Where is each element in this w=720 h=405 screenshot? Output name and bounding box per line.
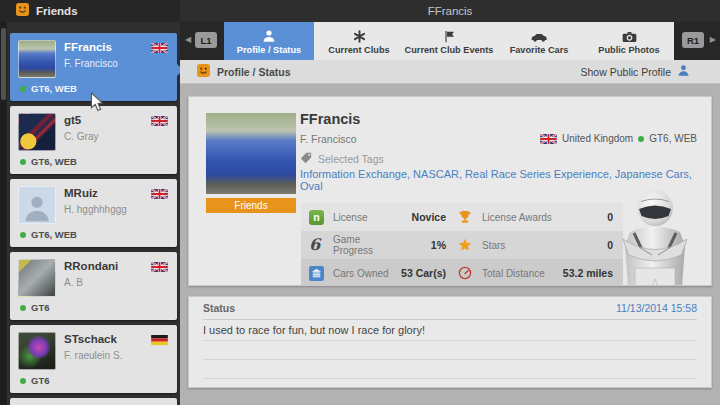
breadcrumb-bar: Profile / Status Show Public Profile <box>180 60 720 84</box>
online-dot <box>20 159 26 165</box>
trophy-icon <box>458 210 482 224</box>
car-icon <box>530 28 548 43</box>
friend-platforms: GT6, WEB <box>31 83 77 94</box>
friend-real-name: F. raeulein S. <box>64 350 122 361</box>
rule-line <box>203 378 697 379</box>
tab-current-club-events[interactable]: Current Club Events <box>404 22 494 60</box>
friend-real-name: C. Gray <box>64 131 98 142</box>
friend-platforms: GT6, WEB <box>31 229 77 240</box>
uk-flag-icon <box>151 189 168 199</box>
stat-row-progress: 6 Game Progress 1% Stars 0 <box>301 231 623 259</box>
stat-label: Stars <box>482 240 562 251</box>
tab-favorite-cars[interactable]: Favorite Cars <box>494 22 584 60</box>
status-title: Status <box>203 302 235 314</box>
tab-profile-status[interactable]: Profile / Status <box>224 22 314 60</box>
tag-icon <box>300 152 312 166</box>
uk-flag-icon <box>151 116 168 126</box>
friend-card-ffrancis[interactable]: FFrancis F. Francisco GT6, WEB <box>10 33 177 101</box>
online-dot <box>20 305 26 311</box>
main-content: Friends FFrancis F. Francisco United Kin… <box>180 84 720 405</box>
r1-shoulder-badge[interactable]: R1 <box>682 32 704 48</box>
stat-label: Cars Owned <box>333 268 395 279</box>
profile-real-name: F. Francisco <box>300 133 357 145</box>
tab-label: Current Club Events <box>405 45 494 55</box>
status-timestamp: 11/13/2014 15:58 <box>616 302 697 314</box>
profile-name: FFrancis <box>300 111 360 127</box>
person-icon <box>262 28 276 43</box>
friend-avatar <box>18 40 56 78</box>
stat-label: Total Distance <box>482 268 562 279</box>
friend-platforms: GT6 <box>31 375 49 386</box>
tab-public-photos[interactable]: Public Photos <box>584 22 674 60</box>
breadcrumb: Profile / Status <box>217 66 291 78</box>
stat-value: 53 Car(s) <box>395 267 446 279</box>
chevron-left-icon[interactable]: ◀ <box>185 35 191 44</box>
friend-card-partial[interactable] <box>10 398 177 405</box>
show-public-profile-button[interactable]: Show Public Profile <box>581 60 690 84</box>
racer-figure <box>608 188 703 286</box>
l1-shoulder-badge[interactable]: L1 <box>195 32 217 48</box>
stat-value: 0 <box>562 239 613 251</box>
friend-real-name: F. Francisco <box>64 58 118 69</box>
scrollbar-thumb[interactable] <box>1 28 6 100</box>
friend-card-stschack[interactable]: STschack F. raeulein S. GT6 <box>10 325 177 393</box>
status-message: I used to race for fun, but now I race f… <box>203 320 697 341</box>
uk-flag-icon <box>151 43 168 53</box>
chevron-right-icon[interactable]: ▶ <box>710 35 716 44</box>
stat-value: 1% <box>395 239 446 251</box>
online-dot <box>638 136 644 142</box>
star-icon <box>458 238 482 252</box>
friend-name: FFrancis <box>64 41 112 53</box>
camera-icon <box>622 28 637 43</box>
friend-platforms: GT6 <box>31 302 49 313</box>
flag-icon <box>443 28 456 43</box>
friend-real-name: H. hgghhhggg <box>64 204 127 215</box>
germany-flag-icon <box>151 335 168 345</box>
friends-list: FFrancis F. Francisco GT6, WEB gt5 C. Gr… <box>0 22 180 405</box>
selected-tags-label: Selected Tags <box>318 153 384 165</box>
online-dot <box>20 232 26 238</box>
show-public-profile-label: Show Public Profile <box>581 66 671 78</box>
friends-panel-header: Friends <box>0 0 180 22</box>
status-section: Status 11/13/2014 15:58 I used to race f… <box>188 296 712 388</box>
title-bar: Friends FFrancis <box>0 0 720 22</box>
relationship-badge: Friends <box>206 198 296 213</box>
stat-label: License <box>333 212 395 223</box>
friend-card-gt5[interactable]: gt5 C. Gray GT6, WEB <box>10 106 177 174</box>
friends-panel-title: Friends <box>36 5 78 17</box>
page-title: FFrancis <box>180 0 720 22</box>
rule-line <box>203 359 697 360</box>
tab-strip: Profile / Status Current Clubs Current C… <box>224 22 674 60</box>
smiley-icon <box>197 63 210 81</box>
friend-avatar <box>18 259 56 297</box>
friend-name: MRuiz <box>64 187 98 199</box>
profile-platforms: GT6, WEB <box>649 133 697 144</box>
tab-label: Favorite Cars <box>510 45 569 55</box>
friend-card-rrondani[interactable]: RRondani A. B GT6 <box>10 252 177 320</box>
friend-avatar <box>18 186 56 224</box>
friend-card-mruiz[interactable]: MRuiz H. hgghhhggg GT6, WEB <box>10 179 177 247</box>
friend-real-name: A. B <box>64 277 83 288</box>
tab-label: Current Clubs <box>328 45 389 55</box>
tab-bar: ◀ L1 Profile / Status Current Clubs Curr… <box>180 22 720 60</box>
gt6-icon: 6 <box>309 235 320 254</box>
stats-table: n License Novice License Awards 0 6 Game… <box>301 203 623 286</box>
smiley-icon <box>16 2 29 20</box>
friend-platforms: GT6, WEB <box>31 156 77 167</box>
stat-row-license: n License Novice License Awards 0 <box>301 203 623 231</box>
friend-name: STschack <box>64 333 117 345</box>
garage-icon <box>309 266 333 281</box>
online-dot <box>20 86 26 92</box>
stat-label: License Awards <box>482 212 562 223</box>
profile-card: Friends FFrancis F. Francisco United Kin… <box>188 96 712 286</box>
asterisk-icon <box>353 28 366 43</box>
uk-flag-icon <box>151 262 168 272</box>
online-dot <box>20 378 26 384</box>
friends-scrollbar[interactable] <box>0 22 7 405</box>
tab-label: Public Photos <box>598 45 659 55</box>
profile-avatar <box>206 113 296 194</box>
stat-value: 53.2 miles <box>562 267 613 279</box>
profile-country: United Kingdom <box>562 133 633 144</box>
stat-row-cars: Cars Owned 53 Car(s) Total Distance 53.2… <box>301 259 623 286</box>
tab-current-clubs[interactable]: Current Clubs <box>314 22 404 60</box>
